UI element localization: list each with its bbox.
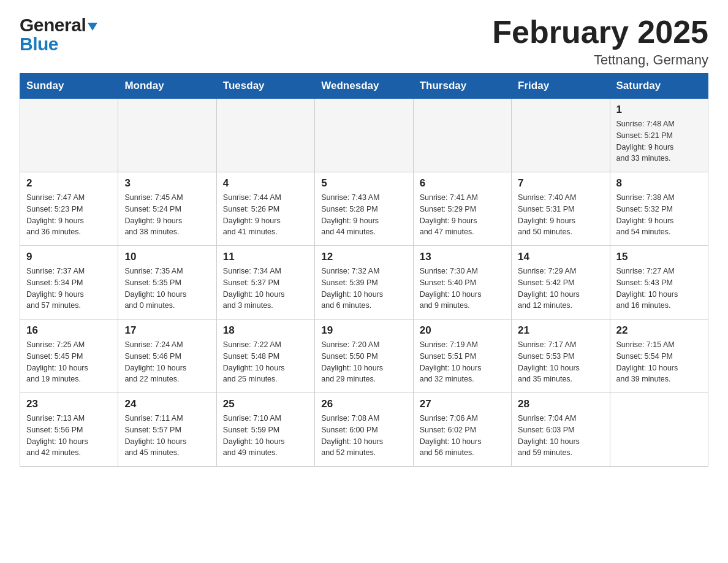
day-info: Sunrise: 7:19 AM Sunset: 5:51 PM Dayligh… — [420, 339, 505, 385]
table-row: 3Sunrise: 7:45 AM Sunset: 5:24 PM Daylig… — [118, 172, 216, 246]
table-row: 8Sunrise: 7:38 AM Sunset: 5:32 PM Daylig… — [610, 172, 708, 246]
page-subtitle: Tettnang, Germany — [492, 52, 708, 68]
table-row — [315, 99, 413, 172]
day-info: Sunrise: 7:37 AM Sunset: 5:34 PM Dayligh… — [26, 266, 112, 312]
day-info: Sunrise: 7:47 AM Sunset: 5:23 PM Dayligh… — [26, 192, 112, 238]
table-row: 2Sunrise: 7:47 AM Sunset: 5:23 PM Daylig… — [20, 172, 118, 246]
day-number: 4 — [223, 177, 308, 190]
day-number: 28 — [518, 398, 603, 410]
day-number: 6 — [420, 177, 505, 190]
day-info: Sunrise: 7:27 AM Sunset: 5:43 PM Dayligh… — [616, 266, 702, 312]
calendar-week-row: 9Sunrise: 7:37 AM Sunset: 5:34 PM Daylig… — [20, 246, 708, 320]
day-number: 24 — [124, 398, 210, 410]
table-row — [610, 393, 708, 467]
day-info: Sunrise: 7:10 AM Sunset: 5:59 PM Dayligh… — [223, 413, 308, 459]
day-number: 25 — [223, 398, 308, 410]
day-number: 11 — [223, 251, 308, 263]
table-row: 11Sunrise: 7:34 AM Sunset: 5:37 PM Dayli… — [216, 246, 314, 320]
table-row: 17Sunrise: 7:24 AM Sunset: 5:46 PM Dayli… — [118, 320, 216, 393]
table-row: 25Sunrise: 7:10 AM Sunset: 5:59 PM Dayli… — [216, 393, 314, 467]
day-number: 20 — [420, 324, 505, 337]
table-row: 19Sunrise: 7:20 AM Sunset: 5:50 PM Dayli… — [315, 320, 413, 393]
calendar-week-row: 2Sunrise: 7:47 AM Sunset: 5:23 PM Daylig… — [20, 172, 708, 246]
table-row: 23Sunrise: 7:13 AM Sunset: 5:56 PM Dayli… — [20, 393, 118, 467]
day-info: Sunrise: 7:17 AM Sunset: 5:53 PM Dayligh… — [518, 339, 603, 385]
day-number: 22 — [616, 324, 702, 337]
table-row: 21Sunrise: 7:17 AM Sunset: 5:53 PM Dayli… — [512, 320, 610, 393]
day-number: 1 — [616, 104, 702, 116]
day-number: 14 — [518, 251, 603, 263]
day-info: Sunrise: 7:38 AM Sunset: 5:32 PM Dayligh… — [616, 192, 702, 238]
calendar-table: Sunday Monday Tuesday Wednesday Thursday… — [20, 73, 708, 467]
table-row: 28Sunrise: 7:04 AM Sunset: 6:03 PM Dayli… — [512, 393, 610, 467]
table-row: 7Sunrise: 7:40 AM Sunset: 5:31 PM Daylig… — [512, 172, 610, 246]
table-row: 14Sunrise: 7:29 AM Sunset: 5:42 PM Dayli… — [512, 246, 610, 320]
day-info: Sunrise: 7:40 AM Sunset: 5:31 PM Dayligh… — [518, 192, 603, 238]
calendar-week-row: 16Sunrise: 7:25 AM Sunset: 5:45 PM Dayli… — [20, 320, 708, 393]
day-info: Sunrise: 7:25 AM Sunset: 5:45 PM Dayligh… — [26, 339, 112, 385]
day-info: Sunrise: 7:32 AM Sunset: 5:39 PM Dayligh… — [321, 266, 406, 312]
day-info: Sunrise: 7:15 AM Sunset: 5:54 PM Dayligh… — [616, 339, 702, 385]
day-info: Sunrise: 7:13 AM Sunset: 5:56 PM Dayligh… — [26, 413, 112, 459]
calendar-header-row: Sunday Monday Tuesday Wednesday Thursday… — [20, 74, 708, 99]
page-title: February 2025 — [492, 15, 708, 50]
day-info: Sunrise: 7:22 AM Sunset: 5:48 PM Dayligh… — [223, 339, 308, 385]
calendar-week-row: 23Sunrise: 7:13 AM Sunset: 5:56 PM Dayli… — [20, 393, 708, 467]
page-header: General Blue February 2025 Tettnang, Ger… — [20, 15, 708, 68]
table-row: 5Sunrise: 7:43 AM Sunset: 5:28 PM Daylig… — [315, 172, 413, 246]
day-info: Sunrise: 7:11 AM Sunset: 5:57 PM Dayligh… — [124, 413, 210, 459]
table-row: 20Sunrise: 7:19 AM Sunset: 5:51 PM Dayli… — [413, 320, 511, 393]
logo-triangle-icon — [88, 23, 97, 31]
day-info: Sunrise: 7:29 AM Sunset: 5:42 PM Dayligh… — [518, 266, 603, 312]
day-number: 23 — [26, 398, 112, 410]
table-row: 10Sunrise: 7:35 AM Sunset: 5:35 PM Dayli… — [118, 246, 216, 320]
day-number: 9 — [26, 251, 112, 263]
day-info: Sunrise: 7:34 AM Sunset: 5:37 PM Dayligh… — [223, 266, 308, 312]
day-number: 12 — [321, 251, 406, 263]
day-info: Sunrise: 7:04 AM Sunset: 6:03 PM Dayligh… — [518, 413, 603, 459]
day-number: 3 — [124, 177, 210, 190]
day-info: Sunrise: 7:35 AM Sunset: 5:35 PM Dayligh… — [124, 266, 210, 312]
table-row: 6Sunrise: 7:41 AM Sunset: 5:29 PM Daylig… — [413, 172, 511, 246]
table-row: 22Sunrise: 7:15 AM Sunset: 5:54 PM Dayli… — [610, 320, 708, 393]
table-row — [118, 99, 216, 172]
day-number: 17 — [124, 324, 210, 337]
day-number: 16 — [26, 324, 112, 337]
table-row: 13Sunrise: 7:30 AM Sunset: 5:40 PM Dayli… — [413, 246, 511, 320]
day-number: 26 — [321, 398, 406, 410]
day-number: 5 — [321, 177, 406, 190]
header-saturday: Saturday — [610, 74, 708, 99]
table-row: 1Sunrise: 7:48 AM Sunset: 5:21 PM Daylig… — [610, 99, 708, 172]
table-row: 15Sunrise: 7:27 AM Sunset: 5:43 PM Dayli… — [610, 246, 708, 320]
table-row: 9Sunrise: 7:37 AM Sunset: 5:34 PM Daylig… — [20, 246, 118, 320]
calendar-week-row: 1Sunrise: 7:48 AM Sunset: 5:21 PM Daylig… — [20, 99, 708, 172]
table-row: 12Sunrise: 7:32 AM Sunset: 5:39 PM Dayli… — [315, 246, 413, 320]
table-row: 18Sunrise: 7:22 AM Sunset: 5:48 PM Dayli… — [216, 320, 314, 393]
day-info: Sunrise: 7:24 AM Sunset: 5:46 PM Dayligh… — [124, 339, 210, 385]
day-number: 19 — [321, 324, 406, 337]
table-row — [512, 99, 610, 172]
day-info: Sunrise: 7:43 AM Sunset: 5:28 PM Dayligh… — [321, 192, 406, 238]
header-thursday: Thursday — [413, 74, 511, 99]
table-row: 24Sunrise: 7:11 AM Sunset: 5:57 PM Dayli… — [118, 393, 216, 467]
table-row — [216, 99, 314, 172]
day-number: 10 — [124, 251, 210, 263]
day-info: Sunrise: 7:45 AM Sunset: 5:24 PM Dayligh… — [124, 192, 210, 238]
day-info: Sunrise: 7:48 AM Sunset: 5:21 PM Dayligh… — [616, 118, 702, 164]
day-number: 13 — [420, 251, 505, 263]
day-info: Sunrise: 7:41 AM Sunset: 5:29 PM Dayligh… — [420, 192, 505, 238]
day-number: 2 — [26, 177, 112, 190]
logo: General Blue — [20, 15, 97, 54]
day-info: Sunrise: 7:06 AM Sunset: 6:02 PM Dayligh… — [420, 413, 505, 459]
header-friday: Friday — [512, 74, 610, 99]
header-tuesday: Tuesday — [216, 74, 314, 99]
day-info: Sunrise: 7:44 AM Sunset: 5:26 PM Dayligh… — [223, 192, 308, 238]
table-row: 16Sunrise: 7:25 AM Sunset: 5:45 PM Dayli… — [20, 320, 118, 393]
logo-blue-text: Blue — [20, 34, 58, 54]
day-number: 18 — [223, 324, 308, 337]
header-monday: Monday — [118, 74, 216, 99]
header-sunday: Sunday — [20, 74, 118, 99]
table-row: 27Sunrise: 7:06 AM Sunset: 6:02 PM Dayli… — [413, 393, 511, 467]
day-info: Sunrise: 7:08 AM Sunset: 6:00 PM Dayligh… — [321, 413, 406, 459]
table-row: 26Sunrise: 7:08 AM Sunset: 6:00 PM Dayli… — [315, 393, 413, 467]
